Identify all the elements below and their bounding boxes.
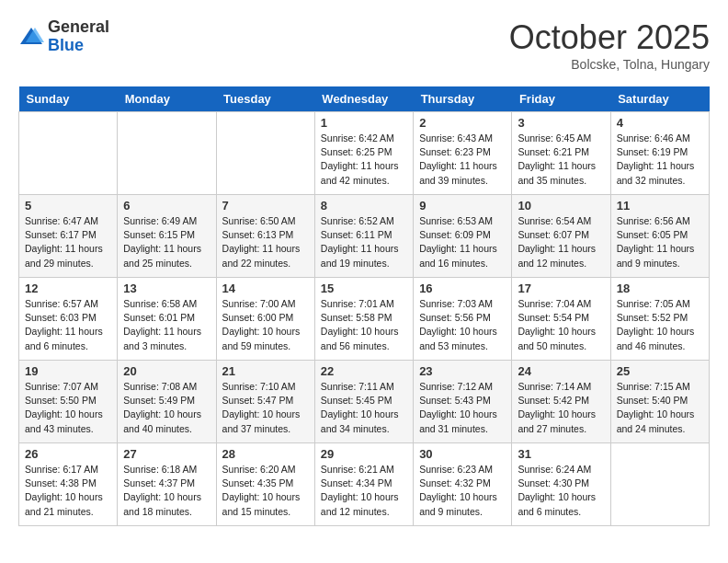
calendar-cell: 6Sunrise: 6:49 AMSunset: 6:15 PMDaylight… <box>118 195 216 278</box>
day-info: Sunrise: 6:20 AMSunset: 4:35 PMDaylight:… <box>222 463 309 519</box>
calendar-cell: 16Sunrise: 7:03 AMSunset: 5:56 PMDayligh… <box>414 278 512 361</box>
day-number: 6 <box>123 199 210 213</box>
day-number: 29 <box>321 447 407 461</box>
day-number: 23 <box>419 364 506 378</box>
day-info: Sunrise: 6:45 AMSunset: 6:21 PMDaylight:… <box>518 132 604 188</box>
calendar-cell: 20Sunrise: 7:08 AMSunset: 5:49 PMDayligh… <box>118 361 216 443</box>
calendar-cell: 11Sunrise: 6:56 AMSunset: 6:05 PMDayligh… <box>610 195 709 278</box>
day-number: 22 <box>321 364 407 378</box>
day-number: 24 <box>518 364 604 378</box>
day-number: 19 <box>25 364 111 378</box>
header-sunday: Sunday <box>19 86 118 112</box>
calendar-cell: 15Sunrise: 7:01 AMSunset: 5:58 PMDayligh… <box>314 278 413 361</box>
day-info: Sunrise: 6:21 AMSunset: 4:34 PMDaylight:… <box>321 463 407 519</box>
day-info: Sunrise: 7:00 AMSunset: 6:00 PMDaylight:… <box>222 297 309 353</box>
calendar-cell: 9Sunrise: 6:53 AMSunset: 6:09 PMDaylight… <box>414 195 512 278</box>
calendar-cell: 18Sunrise: 7:05 AMSunset: 5:52 PMDayligh… <box>610 278 709 361</box>
calendar-cell: 31Sunrise: 6:24 AMSunset: 4:30 PMDayligh… <box>512 443 610 526</box>
day-number: 20 <box>123 364 210 378</box>
day-info: Sunrise: 7:07 AMSunset: 5:50 PMDaylight:… <box>25 380 111 436</box>
logo-blue: Blue <box>48 37 109 55</box>
day-info: Sunrise: 6:47 AMSunset: 6:17 PMDaylight:… <box>25 214 111 270</box>
calendar-cell: 29Sunrise: 6:21 AMSunset: 4:34 PMDayligh… <box>314 443 413 526</box>
logo-text: General Blue <box>48 18 109 55</box>
calendar-body: 1Sunrise: 6:42 AMSunset: 6:25 PMDaylight… <box>19 112 710 526</box>
calendar-week-1: 1Sunrise: 6:42 AMSunset: 6:25 PMDaylight… <box>19 112 710 195</box>
day-info: Sunrise: 7:15 AMSunset: 5:40 PMDaylight:… <box>617 380 703 436</box>
calendar-cell: 22Sunrise: 7:11 AMSunset: 5:45 PMDayligh… <box>314 361 413 443</box>
calendar-cell: 10Sunrise: 6:54 AMSunset: 6:07 PMDayligh… <box>512 195 610 278</box>
day-info: Sunrise: 7:14 AMSunset: 5:42 PMDaylight:… <box>518 380 604 436</box>
day-number: 9 <box>419 199 506 213</box>
day-number: 8 <box>321 199 407 213</box>
day-info: Sunrise: 6:49 AMSunset: 6:15 PMDaylight:… <box>123 214 210 270</box>
calendar-cell: 24Sunrise: 7:14 AMSunset: 5:42 PMDayligh… <box>512 361 610 443</box>
calendar-cell: 14Sunrise: 7:00 AMSunset: 6:00 PMDayligh… <box>216 278 314 361</box>
calendar-cell <box>19 112 118 195</box>
day-info: Sunrise: 7:05 AMSunset: 5:52 PMDaylight:… <box>617 297 703 353</box>
day-number: 31 <box>518 447 604 461</box>
day-number: 4 <box>617 116 703 130</box>
day-number: 2 <box>419 116 506 130</box>
calendar-week-5: 26Sunrise: 6:17 AMSunset: 4:38 PMDayligh… <box>19 443 710 526</box>
day-info: Sunrise: 7:12 AMSunset: 5:43 PMDaylight:… <box>419 380 506 436</box>
day-info: Sunrise: 6:57 AMSunset: 6:03 PMDaylight:… <box>25 297 111 353</box>
calendar-cell: 5Sunrise: 6:47 AMSunset: 6:17 PMDaylight… <box>19 195 118 278</box>
day-info: Sunrise: 6:18 AMSunset: 4:37 PMDaylight:… <box>123 463 210 519</box>
day-info: Sunrise: 7:08 AMSunset: 5:49 PMDaylight:… <box>123 380 210 436</box>
calendar-cell: 30Sunrise: 6:23 AMSunset: 4:32 PMDayligh… <box>414 443 512 526</box>
day-number: 17 <box>518 282 604 295</box>
calendar-cell: 28Sunrise: 6:20 AMSunset: 4:35 PMDayligh… <box>216 443 314 526</box>
calendar-cell: 3Sunrise: 6:45 AMSunset: 6:21 PMDaylight… <box>512 112 610 195</box>
header-saturday: Saturday <box>610 86 709 112</box>
day-number: 18 <box>617 282 703 295</box>
day-info: Sunrise: 6:43 AMSunset: 6:23 PMDaylight:… <box>419 132 506 188</box>
calendar-cell: 17Sunrise: 7:04 AMSunset: 5:54 PMDayligh… <box>512 278 610 361</box>
logo-general: General <box>48 18 109 37</box>
calendar-week-2: 5Sunrise: 6:47 AMSunset: 6:17 PMDaylight… <box>19 195 710 278</box>
day-number: 3 <box>518 116 604 130</box>
page-header: General Blue October 2025 Bolcske, Tolna… <box>18 18 710 72</box>
day-number: 26 <box>25 447 111 461</box>
day-info: Sunrise: 7:04 AMSunset: 5:54 PMDaylight:… <box>518 297 604 353</box>
day-number: 10 <box>518 199 604 213</box>
day-info: Sunrise: 6:53 AMSunset: 6:09 PMDaylight:… <box>419 214 506 270</box>
calendar-week-3: 12Sunrise: 6:57 AMSunset: 6:03 PMDayligh… <box>19 278 710 361</box>
day-info: Sunrise: 7:11 AMSunset: 5:45 PMDaylight:… <box>321 380 407 436</box>
calendar-cell: 21Sunrise: 7:10 AMSunset: 5:47 PMDayligh… <box>216 361 314 443</box>
day-info: Sunrise: 7:03 AMSunset: 5:56 PMDaylight:… <box>419 297 506 353</box>
day-number: 1 <box>321 116 407 130</box>
day-info: Sunrise: 6:58 AMSunset: 6:01 PMDaylight:… <box>123 297 210 353</box>
calendar-cell: 19Sunrise: 7:07 AMSunset: 5:50 PMDayligh… <box>19 361 118 443</box>
day-number: 27 <box>123 447 210 461</box>
day-number: 28 <box>222 447 309 461</box>
calendar-cell <box>216 112 314 195</box>
calendar-cell: 25Sunrise: 7:15 AMSunset: 5:40 PMDayligh… <box>610 361 709 443</box>
day-info: Sunrise: 6:56 AMSunset: 6:05 PMDaylight:… <box>617 214 703 270</box>
day-number: 5 <box>25 199 111 213</box>
calendar-header: Sunday Monday Tuesday Wednesday Thursday… <box>19 86 710 112</box>
calendar-week-4: 19Sunrise: 7:07 AMSunset: 5:50 PMDayligh… <box>19 361 710 443</box>
day-number: 14 <box>222 282 309 295</box>
header-row: Sunday Monday Tuesday Wednesday Thursday… <box>19 86 710 112</box>
day-number: 21 <box>222 364 309 378</box>
day-info: Sunrise: 6:24 AMSunset: 4:30 PMDaylight:… <box>518 463 604 519</box>
day-info: Sunrise: 6:23 AMSunset: 4:32 PMDaylight:… <box>419 463 506 519</box>
month-title: October 2025 <box>509 18 710 57</box>
header-monday: Monday <box>118 86 216 112</box>
day-info: Sunrise: 6:52 AMSunset: 6:11 PMDaylight:… <box>321 214 407 270</box>
day-number: 15 <box>321 282 407 295</box>
day-number: 16 <box>419 282 506 295</box>
calendar-cell <box>610 443 709 526</box>
day-number: 11 <box>617 199 703 213</box>
day-info: Sunrise: 6:17 AMSunset: 4:38 PMDaylight:… <box>25 463 111 519</box>
day-info: Sunrise: 6:42 AMSunset: 6:25 PMDaylight:… <box>321 132 407 188</box>
day-number: 13 <box>123 282 210 295</box>
logo: General Blue <box>18 18 109 55</box>
calendar-cell: 13Sunrise: 6:58 AMSunset: 6:01 PMDayligh… <box>118 278 216 361</box>
calendar-cell: 2Sunrise: 6:43 AMSunset: 6:23 PMDaylight… <box>414 112 512 195</box>
day-number: 30 <box>419 447 506 461</box>
day-number: 25 <box>617 364 703 378</box>
day-info: Sunrise: 7:10 AMSunset: 5:47 PMDaylight:… <box>222 380 309 436</box>
calendar-cell: 7Sunrise: 6:50 AMSunset: 6:13 PMDaylight… <box>216 195 314 278</box>
